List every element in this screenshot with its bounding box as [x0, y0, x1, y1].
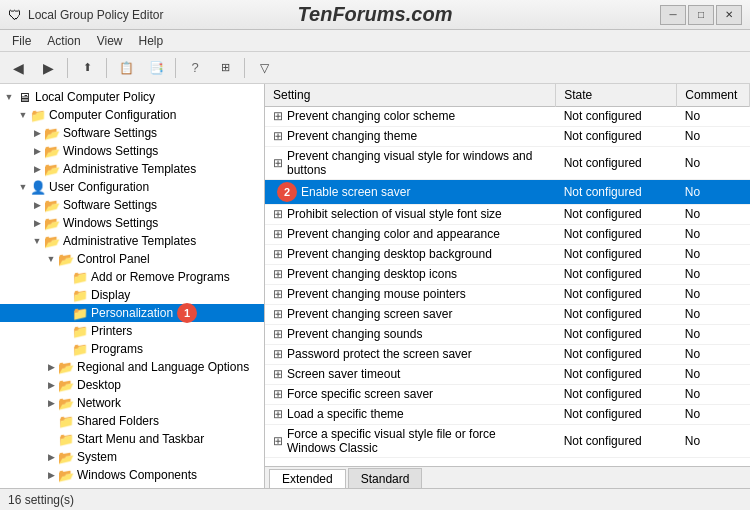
setting-comment: No [677, 324, 750, 344]
properties-button[interactable]: ⊞ [211, 55, 239, 81]
tree-item-windows-settings-1[interactable]: ▶📂Windows Settings [0, 142, 264, 160]
folder-icon: 📂 [44, 215, 60, 231]
tree-item-programs[interactable]: 📁Programs [0, 340, 264, 358]
setting-comment: No [677, 264, 750, 284]
tree-label-windows-settings-2: Windows Settings [63, 216, 158, 230]
tree-item-software-settings-1[interactable]: ▶📂Software Settings [0, 124, 264, 142]
tree-toggle-windows-settings-1[interactable]: ▶ [30, 144, 44, 158]
table-row[interactable]: ⊞Prohibit selection of visual style font… [265, 204, 750, 224]
tab-standard[interactable]: Standard [348, 468, 423, 488]
setting-icon: ⊞ [273, 247, 283, 261]
table-row[interactable]: ⊞Prevent changing mouse pointersNot conf… [265, 284, 750, 304]
copy-button[interactable]: 📋 [112, 55, 140, 81]
help-button[interactable]: ? [181, 55, 209, 81]
tree-label-admin-templates-1: Administrative Templates [63, 162, 196, 176]
folder-icon: 📂 [44, 125, 60, 141]
tree-item-computer-config[interactable]: ▼📁Computer Configuration [0, 106, 264, 124]
title-bar: 🛡 Local Group Policy Editor TenForums.co… [0, 0, 750, 30]
window-title: Local Group Policy Editor [28, 8, 163, 22]
table-row[interactable]: ⊞Prevent changing themeNot configuredNo [265, 126, 750, 146]
tree-toggle-software-settings-1[interactable]: ▶ [30, 126, 44, 140]
forward-button[interactable]: ▶ [34, 55, 62, 81]
tree-toggle-windows-settings-2[interactable]: ▶ [30, 216, 44, 230]
tree-item-add-remove[interactable]: 📁Add or Remove Programs [0, 268, 264, 286]
setting-comment: No [677, 126, 750, 146]
filter-button[interactable]: ▽ [250, 55, 278, 81]
tree-toggle-user-config[interactable]: ▼ [16, 180, 30, 194]
tree-item-software-settings-2[interactable]: ▶📂Software Settings [0, 196, 264, 214]
table-row[interactable]: 2Enable screen saverNot configuredNo [265, 179, 750, 204]
tree-item-regional[interactable]: ▶📂Regional and Language Options [0, 358, 264, 376]
tree-toggle-network[interactable]: ▶ [44, 396, 58, 410]
tree-item-local-computer-policy[interactable]: ▼🖥Local Computer Policy [0, 88, 264, 106]
table-row[interactable]: ⊞Prevent changing desktop iconsNot confi… [265, 264, 750, 284]
folder-icon: 📂 [58, 359, 74, 375]
folder-icon: 🖥 [16, 89, 32, 105]
tree-item-windows-components[interactable]: ▶📂Windows Components [0, 466, 264, 484]
tree-item-network[interactable]: ▶📂Network [0, 394, 264, 412]
col-state[interactable]: State [556, 84, 677, 106]
tree-label-add-remove: Add or Remove Programs [91, 270, 230, 284]
tree-label-windows-components: Windows Components [77, 468, 197, 482]
setting-icon: ⊞ [273, 407, 283, 421]
tree-toggle-system[interactable]: ▶ [44, 450, 58, 464]
tree-panel: ▼🖥Local Computer Policy▼📁Computer Config… [0, 84, 265, 488]
setting-icon: ⊞ [273, 267, 283, 281]
col-setting[interactable]: Setting [265, 84, 556, 106]
tree-item-personalization[interactable]: 📁Personalization1 [0, 304, 264, 322]
setting-comment: No [677, 404, 750, 424]
tree-toggle-regional[interactable]: ▶ [44, 360, 58, 374]
menu-item-help[interactable]: Help [131, 32, 172, 50]
up-button[interactable]: ⬆ [73, 55, 101, 81]
tree-label-windows-settings-1: Windows Settings [63, 144, 158, 158]
menu-item-action[interactable]: Action [39, 32, 88, 50]
tree-toggle-admin-templates-2[interactable]: ▼ [30, 234, 44, 248]
tree-item-shared-folders[interactable]: 📁Shared Folders [0, 412, 264, 430]
tree-toggle-computer-config[interactable]: ▼ [16, 108, 30, 122]
setting-label: Prevent changing sounds [287, 327, 422, 341]
tab-extended[interactable]: Extended [269, 469, 346, 488]
tree-item-windows-settings-2[interactable]: ▶📂Windows Settings [0, 214, 264, 232]
tree-item-admin-templates-1[interactable]: ▶📂Administrative Templates [0, 160, 264, 178]
menu-item-view[interactable]: View [89, 32, 131, 50]
table-row[interactable]: ⊞Screen saver timeoutNot configuredNo [265, 364, 750, 384]
maximize-button[interactable]: □ [688, 5, 714, 25]
setting-label: Force a specific visual style file or fo… [287, 427, 548, 455]
tree-toggle-desktop[interactable]: ▶ [44, 378, 58, 392]
back-button[interactable]: ◀ [4, 55, 32, 81]
tree-item-start-menu[interactable]: 📁Start Menu and Taskbar [0, 430, 264, 448]
table-row[interactable]: ⊞Password protect the screen saverNot co… [265, 344, 750, 364]
tree-item-desktop[interactable]: ▶📂Desktop [0, 376, 264, 394]
table-row[interactable]: ⊞Prevent changing visual style for windo… [265, 146, 750, 179]
setting-label: Prevent changing mouse pointers [287, 287, 466, 301]
tree-item-system[interactable]: ▶📂System [0, 448, 264, 466]
table-row[interactable]: ⊞Force a specific visual style file or f… [265, 424, 750, 457]
tree-toggle-software-settings-2[interactable]: ▶ [30, 198, 44, 212]
setting-comment: No [677, 204, 750, 224]
tree-toggle-local-computer-policy[interactable]: ▼ [2, 90, 16, 104]
table-row[interactable]: ⊞Prevent changing screen saverNot config… [265, 304, 750, 324]
tree-item-control-panel[interactable]: ▼📂Control Panel [0, 250, 264, 268]
col-comment[interactable]: Comment [677, 84, 750, 106]
tree-item-printers[interactable]: 📁Printers [0, 322, 264, 340]
paste-button[interactable]: 📑 [142, 55, 170, 81]
table-row[interactable]: ⊞Prevent changing color and appearanceNo… [265, 224, 750, 244]
tree-item-user-config[interactable]: ▼👤User Configuration [0, 178, 264, 196]
tree-toggle-windows-components[interactable]: ▶ [44, 468, 58, 482]
close-button[interactable]: ✕ [716, 5, 742, 25]
folder-icon: 📂 [58, 251, 74, 267]
table-row[interactable]: ⊞Prevent changing color schemeNot config… [265, 106, 750, 126]
tree-item-admin-templates-2[interactable]: ▼📂Administrative Templates [0, 232, 264, 250]
minimize-button[interactable]: ─ [660, 5, 686, 25]
menu-item-file[interactable]: File [4, 32, 39, 50]
tree-toggle-admin-templates-1[interactable]: ▶ [30, 162, 44, 176]
table-row[interactable]: ⊞Prevent changing soundsNot configuredNo [265, 324, 750, 344]
tree-item-display[interactable]: 📁Display [0, 286, 264, 304]
table-row[interactable]: ⊞Prevent changing desktop backgroundNot … [265, 244, 750, 264]
tree-toggle-start-menu [44, 432, 58, 446]
table-row[interactable]: ⊞Force specific screen saverNot configur… [265, 384, 750, 404]
tree-toggle-control-panel[interactable]: ▼ [44, 252, 58, 266]
table-row[interactable]: ⊞Load a specific themeNot configuredNo [265, 404, 750, 424]
tree-item-all-settings[interactable]: 📁All Settings [0, 484, 264, 488]
setting-comment: No [677, 384, 750, 404]
